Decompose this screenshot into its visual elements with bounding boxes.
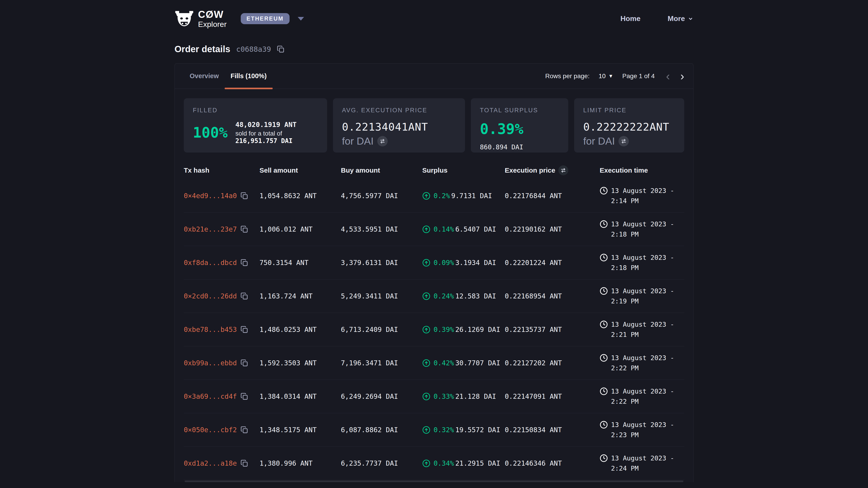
surplus-amount: 21.2915 DAI <box>455 459 500 467</box>
tx-hash-cell: 0×2cd0...26dd <box>184 292 259 300</box>
surplus-cell: 0.39% 26.1269 DAI <box>422 326 505 334</box>
surplus-amount: 26.1269 DAI <box>455 326 500 333</box>
tx-hash-link[interactable]: 0×4ed9...14a0 <box>184 192 237 200</box>
tx-hash-link[interactable]: 0×050e...cbf2 <box>184 426 237 434</box>
copy-tx-hash-icon[interactable] <box>241 292 248 300</box>
next-page-button[interactable]: › <box>680 70 684 82</box>
tab-fills[interactable]: Fills (100%) <box>225 64 273 89</box>
network-caret-icon[interactable] <box>298 17 304 21</box>
execution-time-text: 13 August 2023 - 2:23 PM <box>611 420 686 440</box>
surplus-amount: 9.7131 DAI <box>451 192 492 200</box>
surplus-cell: 0.14% 6.5407 DAI <box>422 225 505 233</box>
stats-row: FILLED 100% 48,020.1919 ANT sold for a t… <box>175 89 693 155</box>
execution-price-cell: 0.22201224 ANT <box>505 259 600 267</box>
copy-tx-hash-icon[interactable] <box>241 326 248 333</box>
tx-hash-link[interactable]: 0xbe78...b453 <box>184 326 237 333</box>
copy-tx-hash-icon[interactable] <box>241 359 248 367</box>
execution-price-cell: 0.22150834 ANT <box>505 426 600 434</box>
surplus-up-icon <box>422 459 430 467</box>
table-row: 0xb99a...ebbd 1,592.3503 ANT 7,196.3471 … <box>184 346 684 380</box>
pager: ‹ › <box>666 70 684 82</box>
avg-price-label: AVG. EXECUTION PRICE <box>342 107 456 114</box>
execution-price-cell: 0.22147091 ANT <box>505 392 600 400</box>
clock-icon <box>600 454 608 462</box>
surplus-percent: 0.42% <box>434 359 454 367</box>
rows-per-page-select[interactable]: 10 ▼ <box>598 72 613 80</box>
sell-amount-cell: 1,006.012 ANT <box>259 225 341 233</box>
execution-time-text: 13 August 2023 - 2:14 PM <box>611 186 686 206</box>
buy-amount-cell: 6,087.8862 DAI <box>341 426 422 434</box>
copy-tx-hash-icon[interactable] <box>241 225 248 233</box>
rows-per-page-caret-icon: ▼ <box>608 73 613 79</box>
limit-price-invert-button[interactable] <box>618 136 629 147</box>
sell-amount-cell: 1,163.724 ANT <box>259 292 341 300</box>
surplus-percent: 0.33% <box>434 392 454 400</box>
horizontal-scrollbar[interactable] <box>185 481 683 482</box>
brand-logo[interactable]: CØW Explorer ETHEREUM <box>175 9 304 28</box>
clock-icon <box>600 254 608 262</box>
tx-hash-link[interactable]: 0xd1a2...a18e <box>184 459 237 467</box>
sell-amount-cell: 1,592.3503 ANT <box>259 359 341 367</box>
tx-hash-cell: 0xd1a2...a18e <box>184 459 259 467</box>
execution-time-text: 13 August 2023 - 2:22 PM <box>611 386 686 407</box>
total-surplus-label: TOTAL SURPLUS <box>480 107 559 114</box>
copy-tx-hash-icon[interactable] <box>241 259 248 267</box>
avg-price-unit: for DAI <box>342 135 374 147</box>
tx-hash-cell: 0xb99a...ebbd <box>184 359 259 367</box>
tab-overview[interactable]: Overview <box>184 64 225 89</box>
fills-table: Tx hash Sell amount Buy amount Surplus E… <box>175 155 693 482</box>
clock-icon <box>600 354 608 362</box>
execution-time-cell: 13 August 2023 - 2:19 PM <box>600 286 686 306</box>
order-id: c0688a39 <box>236 45 271 54</box>
table-row: 0xd1a2...a18e 1,380.996 ANT 6,235.7737 D… <box>184 447 684 480</box>
copy-tx-hash-icon[interactable] <box>241 426 248 434</box>
surplus-percent: 0.32% <box>434 426 454 434</box>
surplus-cell: 0.09% 3.1934 DAI <box>422 259 505 267</box>
copy-tx-hash-icon[interactable] <box>241 192 248 200</box>
tx-hash-link[interactable]: 0xf8da...dbcd <box>184 259 237 267</box>
tx-hash-cell: 0xf8da...dbcd <box>184 259 259 267</box>
surplus-up-icon <box>422 292 430 300</box>
cow-logo-icon <box>175 10 194 27</box>
execution-time-cell: 13 August 2023 - 2:22 PM <box>600 386 686 407</box>
price-invert-toggle[interactable] <box>558 165 568 175</box>
avg-price-value: 0.22134041ANT <box>342 121 456 133</box>
execution-price-cell: 0.22168954 ANT <box>505 292 600 300</box>
surplus-amount: 12.583 DAI <box>455 292 496 300</box>
execution-time-cell: 13 August 2023 - 2:22 PM <box>600 353 686 373</box>
limit-price-unit: for DAI <box>583 135 615 147</box>
total-surplus-amount: 860.894 DAI <box>480 143 559 151</box>
table-row: 0xf8da...dbcd 750.3154 ANT 3,379.6131 DA… <box>184 246 684 280</box>
rows-per-page-value: 10 <box>598 72 606 80</box>
col-execution-price: Execution price <box>505 165 600 175</box>
copy-order-id-icon[interactable] <box>277 45 285 53</box>
table-row: 0×3a69...cd4f 1,384.0314 ANT 6,249.2694 … <box>184 380 684 413</box>
avg-price-invert-button[interactable] <box>377 136 388 147</box>
prev-page-button[interactable]: ‹ <box>666 70 670 82</box>
surplus-up-icon <box>422 225 430 233</box>
network-selector-badge[interactable]: ETHEREUM <box>241 13 289 24</box>
swap-icon <box>379 138 385 144</box>
execution-time-cell: 13 August 2023 - 2:18 PM <box>600 219 686 239</box>
nav-more[interactable]: More <box>668 14 693 23</box>
execution-price-cell: 0.22146346 ANT <box>505 459 600 467</box>
execution-time-cell: 13 August 2023 - 2:24 PM <box>600 453 686 474</box>
nav-home[interactable]: Home <box>620 14 641 23</box>
copy-tx-hash-icon[interactable] <box>241 393 248 400</box>
tx-hash-link[interactable]: 0×3a69...cd4f <box>184 392 237 400</box>
clock-icon <box>600 320 608 328</box>
surplus-amount: 6.5407 DAI <box>455 225 496 233</box>
execution-time-cell: 13 August 2023 - 2:21 PM <box>600 320 686 340</box>
copy-tx-hash-icon[interactable] <box>241 459 248 467</box>
tx-hash-link[interactable]: 0×2cd0...26dd <box>184 292 237 300</box>
execution-price-cell: 0.22127202 ANT <box>505 359 600 367</box>
execution-price-cell: 0.22190162 ANT <box>505 225 600 233</box>
tx-hash-link[interactable]: 0xb21e...23e7 <box>184 225 237 233</box>
surplus-cell: 0.42% 30.7707 DAI <box>422 359 505 367</box>
surplus-up-icon <box>422 426 430 434</box>
tab-overview-label: Overview <box>190 72 219 80</box>
table-body: 0×4ed9...14a0 1,054.8632 ANT 4,756.5977 … <box>184 179 684 480</box>
page-indicator: Page 1 of 4 <box>622 72 655 80</box>
tx-hash-link[interactable]: 0xb99a...ebbd <box>184 359 237 367</box>
buy-amount-cell: 6,235.7737 DAI <box>341 459 422 467</box>
